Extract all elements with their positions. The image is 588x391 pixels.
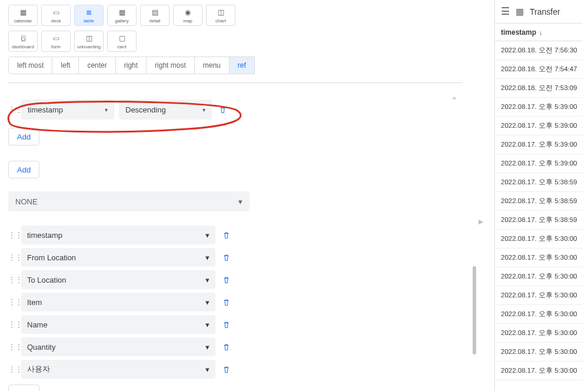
chevron-down-icon: ▾ <box>205 343 210 352</box>
position-right[interactable]: right <box>115 57 146 74</box>
view-type-card[interactable]: ▢ card <box>107 31 137 52</box>
drag-handle-icon[interactable]: ⋮⋮ <box>8 276 16 284</box>
preview-data-row[interactable]: 2022.08.17. 오후 5:38:59 <box>495 192 583 211</box>
preview-data-row[interactable]: 2022.08.17. 오후 5:30:00 <box>495 305 583 324</box>
calendar-icon: ▦ <box>20 8 26 16</box>
add-sort-button[interactable]: Add <box>8 128 39 145</box>
dashboard-icon: ⌼ <box>21 34 25 42</box>
sort-arrow-down-icon: ↓ <box>539 29 543 36</box>
form-icon: ▭ <box>53 34 59 42</box>
column-label: timestamp <box>27 231 62 240</box>
preview-data-row[interactable]: 2022.08.18. 오전 7:53:09 <box>495 79 583 98</box>
preview-rows: 2022.08.18. 오전 7:56:302022.08.18. 오전 7:5… <box>495 41 583 380</box>
drag-handle-icon[interactable]: ⋮⋮ <box>8 105 16 114</box>
delete-sort-button[interactable] <box>217 104 228 115</box>
preview-data-row[interactable]: 2022.08.17. 오후 5:39:00 <box>495 154 583 173</box>
column-select[interactable]: To Location ▾ <box>21 270 215 289</box>
preview-data-row[interactable]: 2022.08.17. 오후 5:30:00 <box>495 362 583 380</box>
sort-field-value: timestamp <box>28 105 63 114</box>
column-select[interactable]: timestamp ▾ <box>21 226 215 244</box>
column-label: From Location <box>27 253 76 262</box>
chevron-down-icon: ▾ <box>205 320 210 329</box>
editor-panel: ▦ calendar ▭ deck ≣ table ▦ gallery ▤ de… <box>0 0 471 391</box>
preview-data-row[interactable]: 2022.08.17. 오후 5:30:00 <box>495 248 583 267</box>
position-menu[interactable]: menu <box>194 57 229 74</box>
deck-icon: ▭ <box>53 8 59 16</box>
view-type-onboarding[interactable]: ◫ onboarding <box>74 31 104 52</box>
position-ref[interactable]: ref <box>229 57 255 74</box>
drag-handle-icon[interactable]: ⋮⋮ <box>8 231 16 239</box>
preview-panel: ☰ ▦ Transfer timestamp ↓ 2022.08.18. 오전 … <box>494 0 583 391</box>
trash-icon <box>222 320 231 329</box>
chevron-down-icon: ▾ <box>205 365 210 374</box>
preview-data-row[interactable]: 2022.08.17. 오후 5:30:00 <box>495 286 583 305</box>
drag-handle-icon[interactable]: ⋮⋮ <box>8 343 16 351</box>
add-column-button[interactable]: Add <box>8 385 39 391</box>
column-select[interactable]: Name ▾ <box>21 315 215 334</box>
column-select[interactable]: 사용자 ▾ <box>21 360 215 379</box>
view-type-chart[interactable]: ◫ chart <box>206 5 235 26</box>
drag-handle-icon[interactable]: ⋮⋮ <box>8 253 16 261</box>
position-left-most[interactable]: left most <box>8 57 52 74</box>
view-type-form[interactable]: ▭ form <box>41 31 71 52</box>
view-type-gallery[interactable]: ▦ gallery <box>107 5 137 26</box>
preview-data-row[interactable]: 2022.08.17. 오후 5:30:00 <box>495 267 583 286</box>
group-by-value: NONE <box>15 197 38 206</box>
add-group-button[interactable]: Add <box>8 161 39 178</box>
column-select[interactable]: Quantity ▾ <box>21 337 215 356</box>
drag-handle-icon[interactable]: ⋮⋮ <box>8 298 16 306</box>
menu-icon[interactable]: ☰ <box>501 5 510 18</box>
trash-icon <box>222 298 231 307</box>
preview-data-row[interactable]: 2022.08.18. 오전 7:56:30 <box>495 41 583 60</box>
preview-column-label: timestamp <box>501 28 536 37</box>
chevron-down-icon: ▾ <box>202 107 205 113</box>
preview-data-row[interactable]: 2022.08.17. 오후 5:39:00 <box>495 135 583 154</box>
chevron-down-icon: ▾ <box>205 231 210 240</box>
view-type-table[interactable]: ≣ table <box>74 5 104 26</box>
preview-data-row[interactable]: 2022.08.17. 오후 5:30:00 <box>495 230 583 248</box>
view-type-row-2: ⌼ dashboard ▭ form ◫ onboarding ▢ card <box>8 31 463 52</box>
drag-handle-icon[interactable]: ⋮⋮ <box>8 365 16 373</box>
scrollbar[interactable] <box>473 266 476 354</box>
detail-icon: ▤ <box>152 8 158 16</box>
preview-data-row[interactable]: 2022.08.17. 오후 5:39:00 <box>495 98 583 117</box>
view-type-map[interactable]: ◉ map <box>173 5 202 26</box>
preview-data-row[interactable]: 2022.08.17. 오후 5:38:59 <box>495 211 583 230</box>
column-select[interactable]: Item ▾ <box>21 293 215 312</box>
position-right-most[interactable]: right most <box>146 57 194 74</box>
preview-title: Transfer <box>530 7 560 16</box>
trash-icon <box>218 105 227 114</box>
view-type-row-1: ▦ calendar ▭ deck ≣ table ▦ gallery ▤ de… <box>8 5 463 26</box>
view-type-dashboard[interactable]: ⌼ dashboard <box>8 31 38 52</box>
sort-field-select[interactable]: timestamp ▾ <box>21 100 114 120</box>
delete-column-button[interactable] <box>220 363 232 375</box>
delete-column-button[interactable] <box>220 319 232 330</box>
delete-column-button[interactable] <box>220 251 232 263</box>
group-by-select[interactable]: NONE ▾ <box>8 191 250 211</box>
position-center[interactable]: center <box>78 57 115 74</box>
column-row: ⋮⋮ From Location ▾ <box>8 248 463 267</box>
delete-column-button[interactable] <box>220 274 232 286</box>
preview-column-header[interactable]: timestamp ↓ <box>495 24 583 41</box>
view-type-calendar[interactable]: ▦ calendar <box>8 5 38 26</box>
delete-column-button[interactable] <box>220 229 232 241</box>
preview-data-row[interactable]: 2022.08.17. 오후 5:30:00 <box>495 324 583 343</box>
column-row: ⋮⋮ Item ▾ <box>8 293 463 312</box>
preview-data-row[interactable]: 2022.08.17. 오후 5:30:00 <box>495 343 583 362</box>
position-left[interactable]: left <box>52 57 78 74</box>
delete-column-button[interactable] <box>220 341 232 353</box>
preview-data-row[interactable]: 2022.08.18. 오전 7:54:47 <box>495 60 583 79</box>
onboarding-icon: ◫ <box>86 34 92 42</box>
preview-data-row[interactable]: 2022.08.17. 오후 5:38:59 <box>495 173 583 192</box>
view-type-deck[interactable]: ▭ deck <box>41 5 71 26</box>
preview-data-row[interactable]: 2022.08.17. 오후 5:39:00 <box>495 117 583 135</box>
chevron-down-icon: ▾ <box>205 298 210 307</box>
view-type-detail[interactable]: ▤ detail <box>140 5 170 26</box>
drag-handle-icon[interactable]: ⋮⋮ <box>8 320 16 329</box>
expand-preview-handle[interactable]: ▶ <box>479 218 483 226</box>
delete-column-button[interactable] <box>220 296 232 308</box>
chevron-down-icon: ▾ <box>105 107 108 113</box>
column-select[interactable]: From Location ▾ <box>21 248 215 267</box>
sort-direction-value: Descending <box>125 105 166 114</box>
sort-direction-select[interactable]: Descending ▾ <box>119 100 212 120</box>
